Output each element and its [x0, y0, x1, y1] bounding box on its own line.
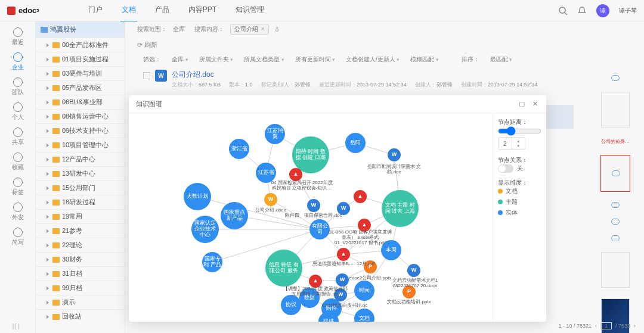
graph-canvas[interactable]: 浙江省江苏鸿翼江苏省期待 时间 数据 创建 日期岳阳WW▲大数计划国家认定 企业… [129, 113, 493, 322]
legend-dot-icon [498, 189, 503, 194]
graph-node[interactable]: 协议 [281, 295, 301, 315]
legend-dot-icon [498, 200, 503, 204]
graph-node[interactable]: ▲ [337, 248, 350, 261]
graph-node[interactable]: 国家认定 企业技术 中心 [191, 216, 219, 243]
graph-node[interactable]: 浙江省 [229, 139, 249, 159]
dimension-label: 显示维度： [498, 179, 541, 187]
graph-node[interactable]: 时间 [354, 281, 374, 301]
legend: 文档主题实体 [498, 187, 541, 217]
graph-node[interactable]: 国家专利 产品 [202, 252, 222, 272]
graph-doc-label: 公司介绍.docx [255, 207, 286, 213]
graph-node[interactable]: W [407, 264, 420, 277]
graph-side-panel: 节点距离： 2 ▲▼ 节点关系： 关 显示维度： 文档主题实体 [493, 113, 546, 322]
relation-toggle[interactable] [498, 164, 513, 173]
graph-node[interactable]: 信息 特征 有限公司 服务 [265, 250, 302, 287]
graph-node[interactable]: 文档 主题 时间 过去 上海 [382, 190, 419, 227]
graph-doc-label: 04 国家检索局召开 2022年度科技项目 立项评议会-知识… [269, 180, 335, 191]
graph-node[interactable]: ▲ [354, 190, 367, 203]
modal-maximize-icon[interactable]: ▢ [518, 100, 526, 108]
graph-doc-label: 附件四、项目保密合同.doc [285, 213, 342, 218]
graph-node[interactable]: W [336, 273, 349, 287]
relation-toggle-value: 关 [517, 164, 523, 173]
node-distance-label: 节点距离： [498, 118, 541, 126]
stepper-down[interactable]: ▼ [512, 144, 525, 148]
stepper-up[interactable]: ▲ [512, 139, 525, 144]
modal-title: 知识图谱 [136, 99, 162, 108]
graph-node[interactable]: 岳阳 [345, 133, 366, 153]
modal-close-icon[interactable]: ✕ [531, 100, 539, 108]
graph-doc-label: CKM技术白皮书讨.oc [322, 303, 367, 308]
graph-node[interactable]: W [264, 193, 277, 206]
graph-doc-label: BL-056 OO项 目客户满意度调查表） Excel格式01_V2022161… [327, 229, 393, 246]
legend-label: 文档 [506, 187, 518, 195]
node-distance-stepper[interactable]: 2 ▲▼ [498, 137, 525, 150]
graph-doc-label: 患迪德普通知单B-… 12月.pdf [312, 261, 374, 266]
graph-node[interactable]: 有限公司 [309, 219, 330, 239]
graph-doc-label: 文档云功能需求文档1 6822531767 20.docx [382, 278, 448, 288]
graph-doc-label: 文档云功能培训.pptx [387, 299, 431, 304]
node-relation-label: 节点关系： [498, 156, 541, 164]
graph-doc-label: 【调整】2024年度 政策信息部互用周报 日期报告.pdf [283, 286, 348, 297]
legend-item[interactable]: 文档 [498, 187, 541, 195]
legend-item[interactable]: 主题 [498, 198, 541, 206]
graph-node[interactable]: ▲ [289, 168, 302, 181]
graph-node[interactable]: W [388, 148, 401, 161]
graph-node[interactable]: 江苏鸿翼 [265, 124, 285, 144]
graph-doc-label: 岳阳市勘测设计院需求 文档.doc [361, 164, 427, 175]
knowledge-graph-modal: 知识图谱 ▢ ✕ 浙江省江苏鸿翼江苏省期待 时间 数据 创建 日期岳阳WW▲大数… [129, 95, 546, 322]
graph-node[interactable]: W [307, 199, 320, 212]
graph-node[interactable]: 国家重点 新产品 [221, 202, 248, 229]
legend-dot-icon [498, 210, 503, 215]
node-distance-slider[interactable] [498, 126, 541, 136]
legend-item[interactable]: 实体 [498, 208, 541, 217]
legend-label: 主题 [506, 198, 518, 206]
graph-node[interactable]: 大数计划 [184, 183, 211, 210]
svg-line-14 [212, 229, 320, 262]
node-distance-value: 2 [499, 139, 512, 148]
legend-label: 实体 [506, 208, 518, 217]
